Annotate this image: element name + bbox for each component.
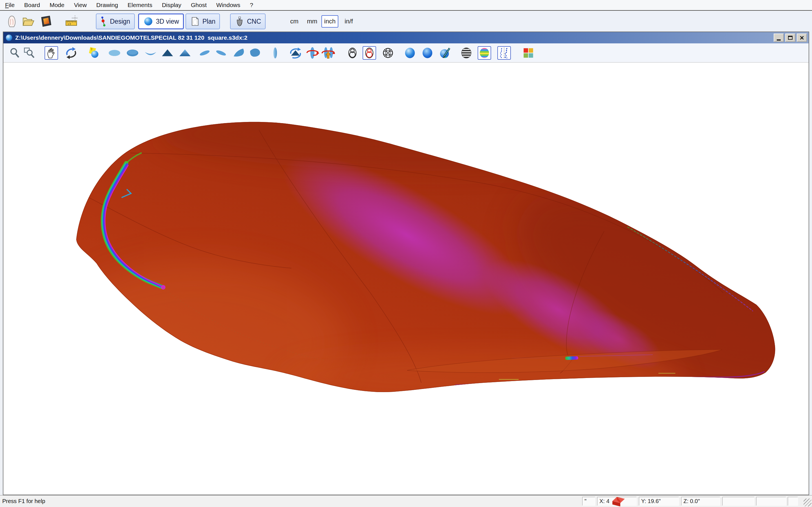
view-bottom-icon[interactable] xyxy=(144,46,157,60)
status-extra-field-3 xyxy=(788,497,798,506)
unit-in-f[interactable]: in/f xyxy=(340,15,357,27)
zoom-window-icon[interactable] xyxy=(22,46,36,60)
light-pointer-icon[interactable] xyxy=(87,46,101,60)
render-stripes-icon[interactable] xyxy=(460,46,473,60)
status-extra-field-1 xyxy=(722,497,755,506)
menu-item-mode[interactable]: Mode xyxy=(50,2,64,8)
main-toolbar: 1 0 Design 3D view Plan CNC cm mm inch i… xyxy=(0,11,812,32)
menu-item-file[interactable]: File xyxy=(5,2,15,8)
menu-bar: File Board Mode View Drawing Elements Di… xyxy=(0,0,812,11)
view-front-shaded-icon[interactable] xyxy=(178,46,192,60)
rotate-front-icon[interactable] xyxy=(289,46,302,60)
3d-view-mode-button[interactable]: 3D view xyxy=(138,13,184,29)
mesh-wire-icon[interactable] xyxy=(381,46,395,60)
document-title: Z:\Users\dennery\Downloads\SANDIEGOMOTEL… xyxy=(15,34,248,41)
plan-mode-button[interactable]: Plan xyxy=(186,13,220,29)
plan-doc-icon xyxy=(190,16,200,26)
menu-item-help[interactable]: ? xyxy=(250,2,253,8)
close-icon: × xyxy=(800,34,804,41)
curve-compare-icon[interactable] xyxy=(497,46,511,60)
view-petal-left-icon[interactable] xyxy=(198,46,211,60)
zoom-icon[interactable] xyxy=(8,46,21,60)
view-front-flat-icon[interactable] xyxy=(161,46,174,60)
slices-wire-icon[interactable] xyxy=(346,46,359,60)
cnc-button-label: CNC xyxy=(247,18,261,25)
design-button-label: Design xyxy=(110,18,130,25)
color-palette-icon[interactable] xyxy=(522,46,535,60)
resize-grip[interactable] xyxy=(804,499,811,506)
3d-view-button-label: 3D view xyxy=(156,18,179,25)
view-outline-icon[interactable] xyxy=(268,46,282,60)
document-titlebar[interactable]: Z:\Users\dennery\Downloads\SANDIEGOMOTEL… xyxy=(3,32,809,43)
view-rail-wedge-icon[interactable] xyxy=(232,46,246,60)
red-logo-cursor-icon xyxy=(611,496,626,507)
render-paint-icon[interactable] xyxy=(439,46,452,60)
menu-item-board[interactable]: Board xyxy=(24,2,40,8)
status-bar: Press F1 for help " X: 4 Y: 19.6" Z: 0.0… xyxy=(0,495,812,507)
status-y-field: Y: 19.6" xyxy=(639,497,679,506)
menu-item-view[interactable]: View xyxy=(74,2,87,8)
unit-cm[interactable]: cm xyxy=(287,15,302,27)
minimize-icon xyxy=(777,40,781,41)
spin-board-icon[interactable] xyxy=(306,46,319,60)
close-button[interactable]: × xyxy=(797,34,807,42)
plan-button-label: Plan xyxy=(202,18,215,25)
maximize-button[interactable] xyxy=(785,34,795,42)
design-mode-button[interactable]: Design xyxy=(96,13,135,29)
status-help-text: Press F1 for help xyxy=(2,498,45,504)
cnc-tool-icon xyxy=(235,16,245,26)
save-icon[interactable] xyxy=(40,15,53,28)
minimize-button[interactable] xyxy=(774,34,784,42)
3d-viewport[interactable] xyxy=(3,62,809,495)
menu-item-elements[interactable]: Elements xyxy=(128,2,153,8)
application-window: File Board Mode View Drawing Elements Di… xyxy=(0,0,812,507)
rotate-3d-icon[interactable] xyxy=(64,46,78,60)
slices-red-icon[interactable] xyxy=(363,46,376,60)
svg-text:1 0: 1 0 xyxy=(68,22,71,25)
spin-board-up-icon[interactable] xyxy=(321,46,335,60)
unit-inch[interactable]: inch xyxy=(321,15,338,27)
hand-board-icon[interactable] xyxy=(5,15,18,28)
ruler-icon[interactable]: 1 0 xyxy=(65,15,79,28)
menu-item-drawing[interactable]: Drawing xyxy=(96,2,118,8)
window-controls: × xyxy=(774,34,809,42)
surfboard-3d-render xyxy=(3,62,809,495)
menu-item-ghost[interactable]: Ghost xyxy=(191,2,207,8)
render-smooth-icon[interactable] xyxy=(421,46,434,60)
status-unit-field: " xyxy=(582,497,595,506)
status-z-field: Z: 0.0" xyxy=(681,497,720,506)
view-rail-blob-icon[interactable] xyxy=(248,46,262,60)
view-top-flat-icon[interactable] xyxy=(108,46,121,60)
pan-hand-icon[interactable] xyxy=(45,46,58,60)
open-folder-icon[interactable] xyxy=(22,15,35,28)
app-sphere-icon xyxy=(5,34,13,42)
view-top-shaded-icon[interactable] xyxy=(126,46,139,60)
design-nodes-icon xyxy=(100,16,108,27)
unit-mm[interactable]: mm xyxy=(304,15,320,27)
menu-item-display[interactable]: Display xyxy=(162,2,181,8)
render-curvature-icon[interactable] xyxy=(477,46,491,60)
view-toolbar xyxy=(3,43,809,62)
maximize-icon xyxy=(788,36,793,40)
view-petal-right-icon[interactable] xyxy=(214,46,228,60)
sphere-3d-icon xyxy=(143,16,154,27)
menu-item-windows[interactable]: Windows xyxy=(216,2,240,8)
render-sphere-icon[interactable] xyxy=(403,46,417,60)
document-window: Z:\Users\dennery\Downloads\SANDIEGOMOTEL… xyxy=(3,32,809,495)
status-extra-field-2 xyxy=(756,497,786,506)
cnc-mode-button[interactable]: CNC xyxy=(230,13,266,29)
